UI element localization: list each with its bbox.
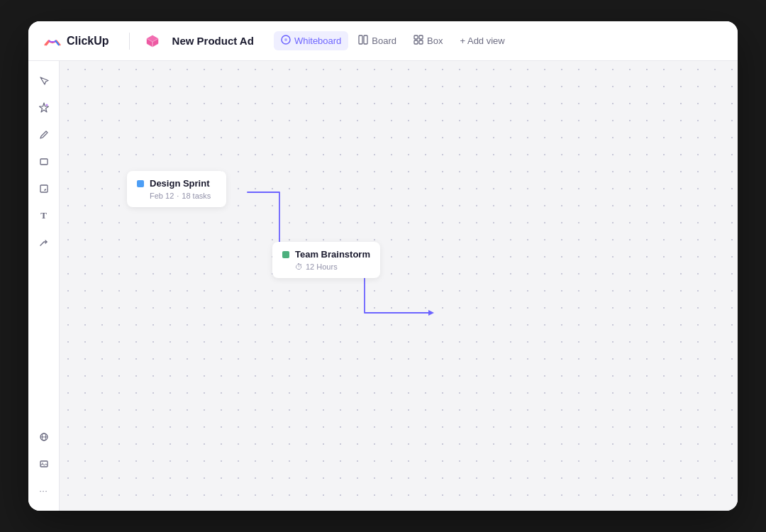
- svg-rect-6: [414, 40, 418, 44]
- clickup-logo-icon: [43, 31, 62, 51]
- svg-rect-5: [419, 35, 423, 39]
- card-tasks: 18 tasks: [182, 192, 211, 200]
- add-view-button[interactable]: + Add view: [453, 32, 511, 50]
- svg-point-8: [45, 104, 48, 106]
- pen-tool[interactable]: [33, 123, 55, 146]
- header: ClickUp New Product Ad: [28, 21, 738, 61]
- box-icon: [413, 35, 423, 47]
- whiteboard-icon: [281, 35, 291, 47]
- project-icon: [144, 33, 161, 50]
- logo-text: ClickUp: [67, 35, 109, 48]
- logo[interactable]: ClickUp: [43, 31, 109, 51]
- svg-rect-13: [40, 461, 48, 467]
- svg-rect-4: [414, 35, 418, 39]
- tab-board-label: Board: [372, 35, 396, 46]
- card-title: Design Sprint: [150, 178, 210, 189]
- whiteboard-canvas[interactable]: Design Sprint Feb 12 · 18 tasks Team Bra…: [60, 61, 738, 511]
- globe-tool[interactable]: [33, 426, 55, 448]
- project-title: New Product Ad: [172, 35, 254, 47]
- card-header: Team Brainstorm: [282, 249, 370, 260]
- ai-tool[interactable]: [33, 96, 55, 119]
- team-brainstorm-card[interactable]: Team Brainstorm ⏱ 12 Hours: [272, 242, 380, 278]
- nav-tabs: Whiteboard Board: [274, 31, 512, 50]
- tab-box-label: Box: [427, 35, 443, 46]
- card-color-dot: [282, 251, 289, 258]
- svg-marker-16: [428, 310, 434, 316]
- left-toolbar: T: [28, 61, 60, 511]
- note-tool[interactable]: [33, 177, 55, 200]
- svg-rect-9: [40, 159, 48, 165]
- board-icon: [358, 35, 368, 47]
- header-divider: [129, 33, 130, 50]
- add-view-label: + Add view: [460, 35, 504, 46]
- svg-rect-3: [364, 35, 367, 44]
- hours-icon: ⏱: [295, 262, 303, 271]
- main-area: T: [28, 61, 738, 511]
- rectangle-tool[interactable]: [33, 150, 55, 173]
- card-meta: ⏱ 12 Hours: [295, 262, 370, 271]
- connectors-svg: [60, 61, 738, 511]
- cursor-tool[interactable]: [33, 70, 55, 92]
- card-title: Team Brainstorm: [295, 249, 370, 260]
- card-hours: 12 Hours: [306, 262, 338, 271]
- card-header: Design Sprint: [137, 178, 216, 189]
- text-tool[interactable]: T: [33, 204, 55, 227]
- app-window: ClickUp New Product Ad: [28, 21, 738, 511]
- tab-box[interactable]: Box: [406, 31, 450, 50]
- card-meta: Feb 12 · 18 tasks: [150, 192, 216, 200]
- tab-board[interactable]: Board: [351, 31, 404, 50]
- svg-point-1: [284, 38, 287, 41]
- more-tools[interactable]: ···: [33, 480, 55, 502]
- tab-whiteboard[interactable]: Whiteboard: [274, 31, 348, 50]
- card-color-dot: [137, 180, 144, 187]
- tab-whiteboard-label: Whiteboard: [294, 35, 341, 46]
- connector-tool[interactable]: [33, 231, 55, 254]
- design-sprint-card[interactable]: Design Sprint Feb 12 · 18 tasks: [127, 171, 226, 207]
- svg-rect-10: [40, 185, 48, 192]
- svg-rect-2: [359, 35, 362, 44]
- image-tool[interactable]: [33, 453, 55, 475]
- card-date: Feb 12: [150, 192, 174, 200]
- svg-rect-7: [419, 40, 423, 44]
